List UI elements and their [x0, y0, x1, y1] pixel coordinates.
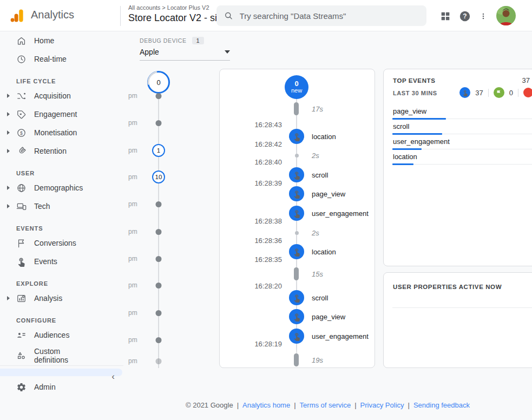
stream-node[interactable]: page_view [220, 307, 375, 326]
sidebar-item[interactable]: Acquisition [0, 87, 123, 105]
sidebar-item[interactable]: USER [0, 160, 123, 179]
stream-node[interactable]: location [220, 127, 375, 146]
sidebar-item[interactable]: Monetisation [0, 123, 123, 142]
help-icon[interactable]: ? [459, 10, 471, 22]
counter-icon [494, 87, 504, 98]
sidebar-item[interactable]: Audiences [0, 326, 123, 344]
expand-caret-icon[interactable] [7, 186, 10, 190]
sidebar-item[interactable]: Events [0, 252, 123, 271]
event-stream-panel: 0 new 16:28:43 16:28:42 16:28:40 16:28:3… [219, 69, 375, 368]
sidebar-item[interactable]: Tech [0, 197, 123, 215]
minute-node[interactable] [156, 256, 162, 262]
sidebar-item[interactable]: Engagement [0, 105, 123, 123]
event-touch-icon[interactable] [289, 186, 304, 201]
minute-node[interactable]: 1 [152, 144, 165, 157]
gap-dot [295, 231, 299, 235]
stream-node[interactable]: user_engagement [220, 204, 375, 223]
footer-link[interactable]: Analytics home [242, 401, 290, 409]
sidebar-item[interactable]: Real-time [0, 50, 123, 68]
minute-node[interactable] [156, 229, 162, 235]
sidebar-item[interactable]: Retention [0, 142, 123, 160]
top-event-name[interactable]: user_engagement [393, 137, 450, 146]
minute-node[interactable] [156, 358, 162, 364]
stream-start-circle[interactable]: 0 new [285, 75, 308, 99]
event-name[interactable]: 19s [312, 356, 323, 364]
event-touch-icon[interactable] [289, 290, 304, 305]
avatar[interactable] [496, 6, 516, 25]
event-touch-icon[interactable] [289, 167, 304, 182]
sidebar-item-icon [16, 128, 27, 138]
event-touch-icon[interactable] [289, 309, 304, 324]
stream-node[interactable]: 15s [220, 264, 375, 284]
stream-node[interactable]: 2s [220, 146, 375, 165]
top-event-name[interactable]: location [393, 153, 417, 161]
event-name[interactable]: page_view [312, 190, 345, 198]
expand-caret-icon[interactable] [7, 149, 10, 153]
sidebar-item[interactable]: Admin [0, 378, 123, 396]
sidebar-item[interactable]: Demographics [0, 179, 123, 197]
event-name[interactable]: 17s [312, 105, 323, 113]
event-name[interactable]: user_engagement [312, 332, 369, 340]
sidebar-item[interactable]: EXPLORE [0, 271, 123, 289]
stream-node[interactable]: scroll [220, 288, 375, 307]
search-bar[interactable] [216, 5, 426, 26]
breadcrumb[interactable]: All accounts > Locator Plus V2 [128, 4, 209, 11]
apps-grid-icon[interactable] [439, 10, 451, 22]
minute-node[interactable] [156, 310, 162, 316]
expand-caret-icon[interactable] [7, 112, 10, 116]
stream-node[interactable]: page_view [220, 184, 375, 204]
event-touch-icon[interactable] [289, 244, 304, 259]
event-name[interactable]: location [312, 133, 336, 141]
top-event-row[interactable]: user_engagement [392, 134, 532, 149]
top-event-row[interactable]: scroll [392, 119, 532, 134]
top-event-row[interactable]: page_view [392, 104, 532, 119]
minute-node[interactable] [156, 283, 162, 288]
stream-node[interactable]: 2s [220, 223, 375, 242]
sidebar-item[interactable]: Analysis [0, 289, 123, 307]
kebab-menu-icon[interactable] [480, 10, 487, 22]
last-30-mins-label: LAST 30 MINS [393, 90, 437, 96]
sidebar-item[interactable]: LIFE CYCLE [0, 68, 123, 87]
sidebar-item[interactable]: CONFIGURE [0, 307, 123, 326]
stream-node[interactable]: scroll [220, 165, 375, 185]
event-touch-icon[interactable] [289, 129, 304, 144]
event-touch-icon[interactable] [289, 206, 304, 221]
footer-link[interactable]: Terms of service [300, 401, 351, 409]
sidebar-item[interactable]: Custom definitions [0, 344, 123, 367]
expand-caret-icon[interactable] [7, 94, 10, 98]
minute-node[interactable] [156, 93, 162, 99]
current-minute-circle[interactable]: 0 [146, 70, 171, 95]
event-name[interactable]: scroll [312, 171, 328, 179]
stream-node[interactable]: location [220, 242, 375, 261]
minute-node[interactable] [156, 120, 162, 126]
top-event-name[interactable]: scroll [393, 122, 409, 130]
expand-caret-icon[interactable] [7, 204, 10, 208]
event-name[interactable]: location [312, 248, 336, 256]
stream-node[interactable]: user_engagement [220, 326, 375, 346]
sidebar-item[interactable]: EVENTS [0, 215, 123, 234]
event-touch-icon[interactable] [289, 329, 304, 344]
expand-caret-icon[interactable] [7, 296, 10, 300]
sidebar-item[interactable] [0, 369, 122, 376]
event-name[interactable]: 15s [312, 270, 323, 278]
top-event-name[interactable]: page_view [393, 107, 426, 115]
top-event-row[interactable]: location [392, 149, 532, 165]
analytics-logo-icon [10, 8, 25, 23]
expand-caret-icon[interactable] [7, 130, 10, 135]
event-name[interactable]: 2s [312, 152, 319, 160]
sidebar-item[interactable]: Home [0, 31, 123, 50]
event-name[interactable]: 2s [312, 229, 319, 237]
footer-link[interactable]: Sending feedback [413, 401, 470, 409]
stream-node[interactable]: 19s [220, 350, 375, 368]
event-name[interactable]: scroll [312, 294, 328, 302]
event-name[interactable]: user_engagement [312, 209, 369, 218]
stream-node[interactable]: 17s [220, 99, 375, 119]
minute-node[interactable]: 10 [152, 170, 165, 183]
minute-node[interactable] [156, 201, 162, 207]
minute-node[interactable] [156, 337, 162, 343]
event-name[interactable]: page_view [312, 313, 345, 321]
sidebar-item[interactable]: Conversions [0, 234, 123, 252]
search-input[interactable] [240, 11, 419, 21]
footer-link[interactable]: Privacy Policy [360, 401, 404, 409]
sidebar-collapse-button[interactable]: ‹ [106, 370, 120, 384]
